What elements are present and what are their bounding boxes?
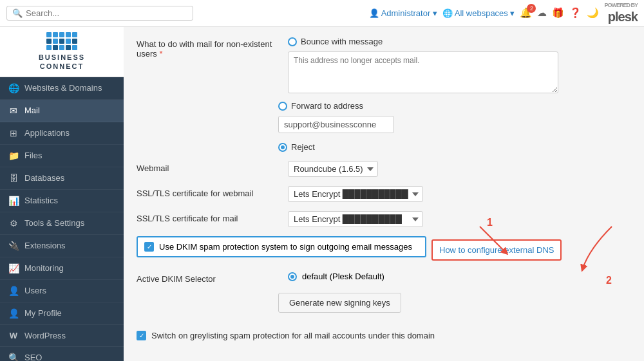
forward-input[interactable] [278,116,394,133]
forward-radio-option[interactable]: Forward to address [278,101,631,111]
reject-label: Reject [291,142,315,152]
sidebar-item-statistics[interactable]: 📊 Statistics [0,190,124,212]
admin-link[interactable]: 👤 Administrator ▾ [369,8,437,18]
active-dkim-row: Active DKIM Selector default (Plesk Defa… [137,272,631,284]
notification-badge: 2 [527,4,536,13]
sidebar-item-databases[interactable]: 🗄 Databases [0,167,124,190]
sidebar-item-my-profile[interactable]: 👤 My Profile [0,302,124,325]
sidebar-item-label: Databases [24,173,64,183]
reject-radio-option[interactable]: Reject [278,142,631,152]
sidebar-item-tools-settings[interactable]: ⚙ Tools & Settings [0,212,124,235]
sidebar-item-label: Mail [24,106,40,115]
greylisting-label: Switch on greylisting spam protection fo… [151,331,435,340]
sidebar-item-extensions[interactable]: 🔌 Extensions [0,235,124,257]
sidebar-item-wordpress[interactable]: W WordPress [0,325,124,347]
nonexistent-controls: Bounce with message [288,37,631,95]
monitoring-icon: 📈 [8,263,19,273]
greylisting-checkbox[interactable]: ✓ [137,331,146,340]
logo-text: BUSINESSCONNECT [5,53,118,71]
users-icon: 👤 [8,286,19,296]
forward-row: Forward to address [278,101,631,133]
sidebar-item-mail[interactable]: ✉ Mail [0,100,124,122]
sidebar-item-seo[interactable]: 🔍 SEO [0,347,124,361]
websites-domains-icon: 🌐 [8,83,19,93]
bounce-textarea[interactable] [288,51,558,93]
sidebar-item-label: My Profile [24,308,62,318]
ssl-mail-controls: Lets Encrypt ██████████ [288,211,631,227]
ssl-webmail-row: SSL/TLS certificate for webmail Lets Enc… [137,186,631,202]
dkim-row: ✓ Use DKIM spam protection system to sig… [137,236,631,264]
sidebar-item-monitoring[interactable]: 📈 Monitoring [0,257,124,280]
sidebar-item-label: Websites & Domains [24,83,102,93]
bounce-radio-option[interactable]: Bounce with message [288,37,631,46]
notifications-icon[interactable]: 🔔 2 [520,7,532,19]
generate-btn-wrapper: Generate new signing keys [278,293,631,322]
nonexistent-label: What to do with mail for non-existent us… [137,37,278,59]
forward-label: Forward to address [291,101,363,111]
active-dkim-value: default (Plesk Default) [302,272,384,281]
reject-radio[interactable] [278,143,287,152]
sidebar-item-websites-domains[interactable]: 🌐 Websites & Domains [0,77,124,100]
ssl-mail-select[interactable]: Lets Encrypt ██████████ [288,211,423,227]
ssl-mail-row: SSL/TLS certificate for mail Lets Encryp… [137,211,631,227]
webmail-select[interactable]: Roundcube (1.6.5) [288,161,378,177]
sidebar-item-applications[interactable]: ⊞ Applications [0,122,124,145]
arrow-2-svg [576,223,621,275]
sidebar-item-label: Users [24,286,46,295]
active-dkim-radio[interactable] [288,272,297,281]
generate-button[interactable]: Generate new signing keys [278,293,401,313]
sidebar-item-label: Applications [24,128,70,138]
dkim-label: Use DKIM spam protection system to sign … [159,242,412,252]
tools-settings-icon: ⚙ [8,218,19,228]
ssl-webmail-label: SSL/TLS certificate for webmail [137,186,278,198]
sidebar-item-label: SEO [24,353,42,361]
dkim-link[interactable]: How to configure external DNS [431,239,562,261]
my-profile-icon: 👤 [8,308,19,319]
sidebar-item-label: Tools & Settings [24,218,84,228]
sidebar-item-files[interactable]: 📁 Files [0,145,124,167]
webmail-controls: Roundcube (1.6.5) [288,161,631,177]
greylisting-row: ✓ Switch on greylisting spam protection … [137,331,631,340]
active-dkim-label: Active DKIM Selector [137,272,278,284]
sidebar: BUSINESSCONNECT 🌐 Websites & Domains ✉ M… [0,27,124,361]
plesk-logo: POWERED BY plesk [604,2,638,24]
ssl-webmail-select[interactable]: Lets Encrypt ████████████ [288,186,423,202]
ssl-webmail-controls: Lets Encrypt ████████████ [288,186,631,202]
sidebar-item-label: Monitoring [24,263,64,273]
gift-icon[interactable]: 🎁 [552,7,564,19]
search-box[interactable]: 🔍 [6,6,193,21]
statistics-icon: 📊 [8,196,19,206]
bounce-label: Bounce with message [301,37,383,46]
nonexistent-row: What to do with mail for non-existent us… [137,37,631,95]
annotation-2: 2 [606,275,612,286]
extensions-icon: 🔌 [8,241,19,251]
mail-icon: ✉ [8,106,19,116]
help-icon[interactable]: ❓ [569,7,582,19]
webmail-row: Webmail Roundcube (1.6.5) [137,161,631,177]
content-area: What to do with mail for non-existent us… [124,27,644,361]
webmail-label: Webmail [137,161,278,173]
bounce-radio[interactable] [288,37,297,46]
cloud-icon[interactable]: ☁ [537,7,547,19]
seo-icon: 🔍 [8,353,19,361]
active-dkim-controls: default (Plesk Default) [288,272,631,281]
files-icon: 📁 [8,151,19,161]
sidebar-item-label: Files [24,151,42,160]
main-layout: BUSINESSCONNECT 🌐 Websites & Domains ✉ M… [0,27,644,361]
sidebar-item-users[interactable]: 👤 Users [0,280,124,302]
topbar-right: 👤 Administrator ▾ 🌐 All webspaces ▾ 🔔 2 … [369,2,638,24]
reject-row: Reject [278,142,631,152]
logo-grid [46,32,77,50]
annotation-1: 1 [487,217,493,228]
sidebar-item-label: Statistics [24,196,58,205]
forward-radio[interactable] [278,102,287,111]
dkim-checkbox[interactable]: ✓ [144,242,154,252]
wordpress-icon: W [8,331,19,340]
ssl-mail-label: SSL/TLS certificate for mail [137,211,278,223]
webspaces-link[interactable]: 🌐 All webspaces ▾ [442,8,515,18]
sidebar-item-label: Extensions [24,241,66,250]
search-input[interactable] [26,8,187,18]
sidebar-item-label: WordPress [24,331,66,340]
moon-icon[interactable]: 🌙 [587,7,599,19]
databases-icon: 🗄 [8,173,19,183]
